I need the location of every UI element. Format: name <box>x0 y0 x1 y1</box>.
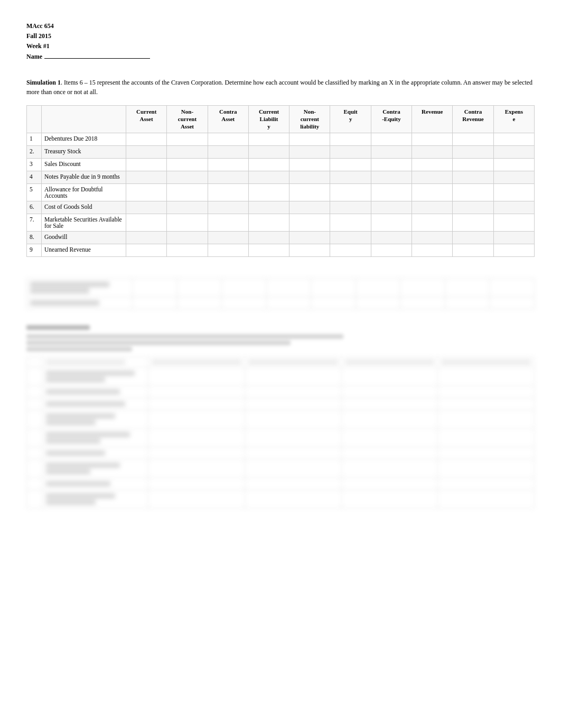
row-account-name: Goodwill <box>42 231 126 244</box>
classification-cell[interactable] <box>248 133 289 145</box>
name-underline[interactable] <box>44 58 150 59</box>
classification-cell[interactable] <box>330 183 371 201</box>
classification-cell[interactable] <box>412 244 453 256</box>
classification-cell[interactable] <box>208 214 248 231</box>
classification-cell[interactable] <box>371 214 412 231</box>
classification-cell[interactable] <box>412 171 453 183</box>
classification-cell[interactable] <box>167 231 208 244</box>
classification-cell[interactable] <box>371 158 412 171</box>
classification-cell[interactable] <box>126 133 167 145</box>
classification-cell[interactable] <box>371 231 412 244</box>
simulation-1-intro: Simulation 1. Items 6 – 15 represent the… <box>26 78 535 97</box>
classification-cell[interactable] <box>208 201 248 214</box>
classification-cell[interactable] <box>453 214 493 231</box>
classification-cell[interactable] <box>330 133 371 145</box>
classification-cell[interactable] <box>167 133 208 145</box>
classification-cell[interactable] <box>126 145 167 158</box>
classification-cell[interactable] <box>412 183 453 201</box>
classification-cell[interactable] <box>289 201 330 214</box>
classification-cell[interactable] <box>453 171 493 183</box>
classification-cell[interactable] <box>208 183 248 201</box>
classification-cell[interactable] <box>453 183 493 201</box>
classification-cell[interactable] <box>248 158 289 171</box>
classification-cell[interactable] <box>126 201 167 214</box>
blurred-sim2-table <box>26 357 535 509</box>
classification-cell[interactable] <box>289 244 330 256</box>
classification-cell[interactable] <box>453 244 493 256</box>
classification-cell[interactable] <box>167 201 208 214</box>
classification-cell[interactable] <box>208 171 248 183</box>
classification-cell[interactable] <box>126 244 167 256</box>
classification-cell[interactable] <box>289 145 330 158</box>
classification-cell[interactable] <box>126 171 167 183</box>
row-number: 5 <box>27 183 42 201</box>
classification-cell[interactable] <box>493 158 534 171</box>
classification-cell[interactable] <box>167 183 208 201</box>
classification-cell[interactable] <box>248 183 289 201</box>
classification-cell[interactable] <box>371 183 412 201</box>
classification-cell[interactable] <box>330 201 371 214</box>
classification-cell[interactable] <box>289 231 330 244</box>
classification-cell[interactable] <box>289 158 330 171</box>
classification-cell[interactable] <box>330 158 371 171</box>
classification-cell[interactable] <box>126 214 167 231</box>
classification-cell[interactable] <box>289 133 330 145</box>
table-row: 8.Goodwill <box>27 231 535 244</box>
classification-cell[interactable] <box>453 158 493 171</box>
classification-cell[interactable] <box>330 214 371 231</box>
classification-cell[interactable] <box>371 244 412 256</box>
classification-cell[interactable] <box>167 171 208 183</box>
classification-cell[interactable] <box>248 171 289 183</box>
classification-cell[interactable] <box>453 145 493 158</box>
classification-cell[interactable] <box>493 183 534 201</box>
classification-cell[interactable] <box>126 158 167 171</box>
classification-cell[interactable] <box>371 133 412 145</box>
classification-cell[interactable] <box>371 145 412 158</box>
row-number: 9 <box>27 244 42 256</box>
classification-cell[interactable] <box>453 133 493 145</box>
classification-cell[interactable] <box>371 171 412 183</box>
classification-cell[interactable] <box>289 214 330 231</box>
classification-cell[interactable] <box>126 231 167 244</box>
classification-cell[interactable] <box>453 231 493 244</box>
classification-cell[interactable] <box>248 214 289 231</box>
classification-cell[interactable] <box>412 231 453 244</box>
classification-cell[interactable] <box>493 201 534 214</box>
classification-cell[interactable] <box>126 183 167 201</box>
classification-cell[interactable] <box>248 145 289 158</box>
classification-cell[interactable] <box>167 158 208 171</box>
classification-cell[interactable] <box>208 133 248 145</box>
classification-cell[interactable] <box>208 244 248 256</box>
classification-cell[interactable] <box>330 244 371 256</box>
classification-cell[interactable] <box>289 183 330 201</box>
classification-cell[interactable] <box>248 201 289 214</box>
classification-cell[interactable] <box>330 171 371 183</box>
classification-cell[interactable] <box>493 133 534 145</box>
classification-cell[interactable] <box>493 171 534 183</box>
classification-cell[interactable] <box>493 231 534 244</box>
classification-cell[interactable] <box>412 145 453 158</box>
simulation-1-label: Simulation 1 <box>26 79 61 86</box>
classification-cell[interactable] <box>453 201 493 214</box>
classification-cell[interactable] <box>167 214 208 231</box>
classification-cell[interactable] <box>208 158 248 171</box>
classification-cell[interactable] <box>208 231 248 244</box>
classification-cell[interactable] <box>493 244 534 256</box>
classification-cell[interactable] <box>289 171 330 183</box>
classification-cell[interactable] <box>412 133 453 145</box>
table-row: 5Allowance for Doubtful Accounts <box>27 183 535 201</box>
classification-cell[interactable] <box>412 201 453 214</box>
classification-cell[interactable] <box>248 231 289 244</box>
classification-cell[interactable] <box>248 244 289 256</box>
classification-cell[interactable] <box>167 244 208 256</box>
classification-cell[interactable] <box>371 201 412 214</box>
classification-cell[interactable] <box>493 145 534 158</box>
classification-cell[interactable] <box>493 214 534 231</box>
classification-cell[interactable] <box>412 214 453 231</box>
classification-cell[interactable] <box>330 231 371 244</box>
classification-cell[interactable] <box>167 145 208 158</box>
row-account-name: Sales Discount <box>42 158 126 171</box>
classification-cell[interactable] <box>208 145 248 158</box>
classification-cell[interactable] <box>330 145 371 158</box>
classification-cell[interactable] <box>412 158 453 171</box>
